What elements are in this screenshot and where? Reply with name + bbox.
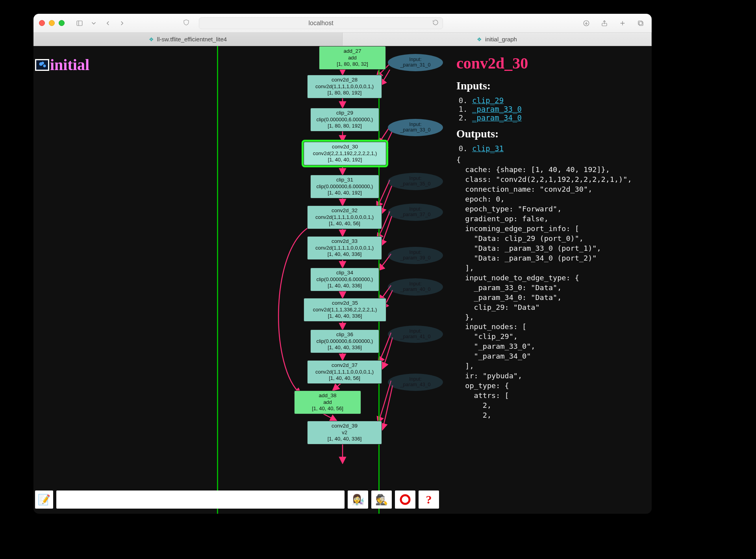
content-area: initial <box>33 46 652 514</box>
edge-layer <box>33 46 447 514</box>
download-icon[interactable] <box>581 19 592 28</box>
param-node-p43[interactable]: Input:_param_43_0 <box>388 374 443 391</box>
reload-icon[interactable] <box>432 19 439 27</box>
command-input[interactable] <box>56 491 345 509</box>
node-name: conv2d_37 <box>311 362 378 369</box>
graph-node-clip_34[interactable]: clip_34clip(0.000000,6.000000,)[1, 40, 4… <box>310 268 379 291</box>
node-shape: [1, 40, 40, 56] <box>311 375 378 381</box>
titlebar: localhost <box>33 14 652 33</box>
sidebar-toggle-icon[interactable] <box>74 19 85 28</box>
param-node-p35[interactable]: Input:_param_35_0 <box>388 173 443 190</box>
node-op: conv2d(1,1,1,1,0,0,0,0,1,) <box>311 83 378 90</box>
help-icon: ? <box>426 493 432 506</box>
graph-node-clip_31[interactable]: clip_31clip(0.000000,6.000000,)[1, 40, 4… <box>310 175 379 198</box>
input-link[interactable]: _param_34_0 <box>472 113 522 122</box>
param-node-p33[interactable]: Input:_param_33_0 <box>388 119 443 136</box>
back-icon[interactable] <box>102 19 113 28</box>
node-op: add <box>298 399 357 405</box>
param-node-p37[interactable]: Input:_param_37_0 <box>388 204 443 221</box>
graph-node-clip_29[interactable]: clip_29clip(0.000000,6.000000,)[1, 80, 8… <box>310 108 379 131</box>
node-shape: [1, 80, 80, 32] <box>323 61 382 67</box>
node-name: clip_36 <box>315 331 375 338</box>
tab-efficientnet[interactable]: ❖ ll-sw.tflite_efficientnet_lite4 <box>33 33 343 46</box>
persona-b-button[interactable]: 🕵️ <box>371 491 392 509</box>
details-panel: conv2d_30 Inputs: clip_29_param_33_0_par… <box>447 46 652 514</box>
address-text: localhost <box>308 20 333 27</box>
node-name: conv2d_32 <box>311 207 378 214</box>
browser-window: localhost ❖ ll-sw.tflite_efficientnet_li… <box>33 14 652 514</box>
command-bar: 📝 👩‍🔬 🕵️ ? <box>35 489 439 511</box>
node-op: clip(0.000000,6.000000,) <box>315 338 375 344</box>
graph-title-badge[interactable]: initial <box>35 56 89 74</box>
help-button[interactable]: ? <box>419 491 439 509</box>
node-op: conv2d(1,1,1,1,0,0,0,0,1,) <box>311 369 378 375</box>
node-op: conv2d(2,2,1,192,2,2,2,2,1,) <box>308 150 382 157</box>
output-link[interactable]: clip_31 <box>472 144 504 153</box>
svg-rect-0 <box>77 21 82 26</box>
chevron-down-icon[interactable] <box>88 19 99 28</box>
graph-node-conv2d_32[interactable]: conv2d_32conv2d(1,1,1,1,0,0,0,0,1,)[1, 4… <box>307 205 382 229</box>
param-label: Input: <box>409 377 421 382</box>
graph-node-conv2d_28[interactable]: conv2d_28conv2d(1,1,1,1,0,0,0,0,1,)[1, 8… <box>307 75 382 98</box>
tab-strip: ❖ ll-sw.tflite_efficientnet_lite4 ❖ init… <box>33 33 652 46</box>
param-node-p31[interactable]: Input:_param_31_0 <box>388 54 443 71</box>
graph-node-conv2d_39[interactable]: conv2d_39v2[1, 40, 40, 336] <box>307 421 382 444</box>
detective-icon: 🕵️ <box>375 494 388 506</box>
svg-point-24 <box>401 495 410 504</box>
record-button[interactable] <box>395 491 415 509</box>
graph-thumb-icon <box>35 59 49 71</box>
input-link[interactable]: _param_33_0 <box>472 105 522 113</box>
guide-line-left <box>217 46 218 514</box>
node-name: conv2d_35 <box>308 300 382 307</box>
param-node-p40[interactable]: Input:_param_40_0 <box>388 278 443 296</box>
cube-icon: ❖ <box>477 36 482 43</box>
param-label: Input: <box>409 207 421 212</box>
param-name: _param_40_0 <box>400 287 430 292</box>
maximize-icon[interactable] <box>59 20 65 26</box>
node-op: add <box>323 55 382 61</box>
window-controls <box>39 20 65 26</box>
graph-node-conv2d_35[interactable]: conv2d_35conv2d(1,1,1,336,2,2,2,2,1,)[1,… <box>304 298 386 322</box>
param-node-p41[interactable]: Input:_param_41_0 <box>388 326 443 343</box>
share-icon[interactable] <box>599 19 610 28</box>
tab-initial-graph[interactable]: ❖ initial_graph <box>343 33 652 46</box>
node-shape: [1, 40, 40, 336] <box>311 251 378 257</box>
graph-node-conv2d_33[interactable]: conv2d_33conv2d(1,1,1,1,0,0,0,0,1,)[1, 4… <box>307 236 382 260</box>
graph-node-clip_36[interactable]: clip_36clip(0.000000,6.000000,)[1, 40, 4… <box>310 329 379 353</box>
node-name: add_27 <box>323 48 382 55</box>
persona-a-button[interactable]: 👩‍🔬 <box>348 491 368 509</box>
param-name: _param_31_0 <box>400 63 430 68</box>
graph-node-conv2d_37[interactable]: conv2d_37conv2d(1,1,1,1,0,0,0,0,1,)[1, 4… <box>307 360 382 384</box>
tab-label: initial_graph <box>485 36 517 43</box>
node-op: conv2d(1,1,1,336,2,2,2,2,1,) <box>308 307 382 313</box>
new-tab-icon[interactable] <box>617 19 628 28</box>
input-link-item: _param_34_0 <box>472 113 645 122</box>
node-op: clip(0.000000,6.000000,) <box>315 117 375 123</box>
tab-label: ll-sw.tflite_efficientnet_lite4 <box>157 36 227 43</box>
node-op: clip(0.000000,6.000000,) <box>315 276 375 283</box>
tabs-overview-icon[interactable] <box>635 19 646 28</box>
node-shape: [1, 40, 40, 192] <box>308 157 382 163</box>
address-bar[interactable]: localhost <box>199 17 443 29</box>
param-name: _param_39_0 <box>400 255 430 261</box>
outputs-heading: Outputs: <box>456 128 645 140</box>
graph-node-add_38[interactable]: add_38add[1, 40, 40, 56] <box>294 391 361 414</box>
node-shape: [1, 40, 40, 192] <box>315 190 375 196</box>
node-shape: [1, 40, 40, 336] <box>315 283 375 289</box>
minimize-icon[interactable] <box>49 20 55 26</box>
forward-icon[interactable] <box>117 19 128 28</box>
input-link[interactable]: clip_29 <box>472 96 504 105</box>
param-node-p39[interactable]: Input:_param_39_0 <box>388 247 443 264</box>
notepad-icon: 📝 <box>38 494 50 506</box>
node-op: conv2d(1,1,1,1,0,0,0,0,1,) <box>311 214 378 220</box>
param-name: _param_35_0 <box>400 181 430 187</box>
graph-node-add_27[interactable]: add_27add[1, 80, 80, 32] <box>319 46 386 70</box>
close-icon[interactable] <box>39 20 45 26</box>
param-label: Input: <box>409 57 421 63</box>
graph-node-conv2d_30[interactable]: conv2d_30conv2d(2,2,1,192,2,2,2,2,1,)[1,… <box>304 142 386 165</box>
node-shape: [1, 80, 80, 192] <box>315 123 375 129</box>
param-label: Input: <box>409 329 421 334</box>
node-shape: [1, 40, 40, 336] <box>315 344 375 351</box>
node-shape: [1, 40, 40, 336] <box>311 436 378 442</box>
notepad-button[interactable]: 📝 <box>35 491 53 509</box>
